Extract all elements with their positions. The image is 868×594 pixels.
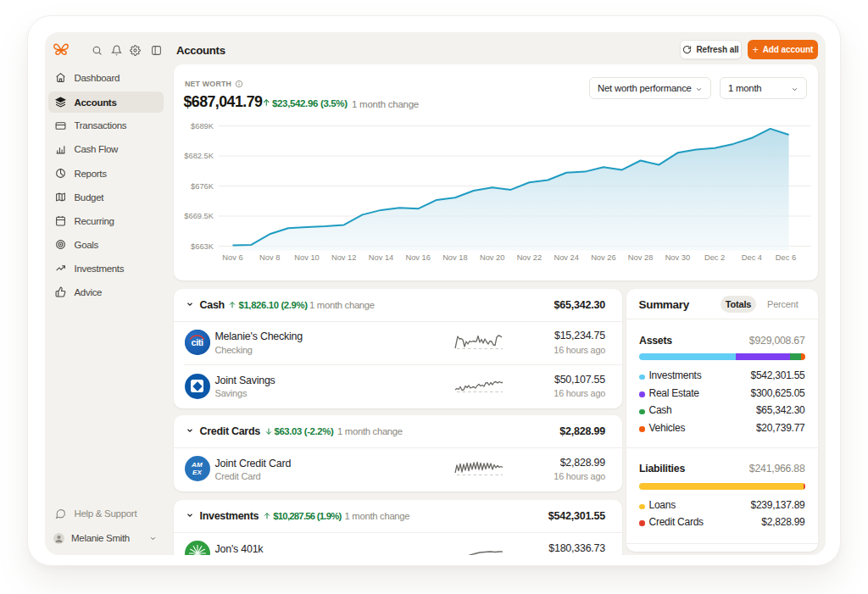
svg-text:Nov 22: Nov 22	[516, 253, 541, 262]
svg-text:$669.5K: $669.5K	[184, 212, 214, 220]
svg-text:$689K: $689K	[191, 122, 214, 130]
svg-text:Nov 10: Nov 10	[294, 253, 319, 262]
svg-text:Dec 2: Dec 2	[704, 253, 724, 262]
svg-text:Nov 20: Nov 20	[479, 253, 504, 262]
svg-text:Dec 4: Dec 4	[741, 253, 761, 262]
svg-text:Nov 8: Nov 8	[259, 253, 280, 262]
svg-text:$676K: $676K	[191, 182, 214, 191]
svg-text:Nov 18: Nov 18	[442, 253, 467, 262]
svg-text:Nov 16: Nov 16	[405, 253, 430, 262]
svg-text:Nov 14: Nov 14	[368, 253, 392, 262]
svg-text:Nov 28: Nov 28	[627, 253, 652, 262]
svg-text:Nov 30: Nov 30	[665, 253, 689, 262]
svg-text:Nov 26: Nov 26	[591, 253, 615, 262]
svg-text:Nov 24: Nov 24	[554, 253, 578, 262]
svg-text:Nov 6: Nov 6	[222, 253, 242, 262]
svg-text:$682.5K: $682.5K	[184, 152, 214, 160]
svg-text:$663K: $663K	[191, 242, 214, 251]
svg-text:Dec 6: Dec 6	[775, 253, 795, 262]
svg-text:Nov 12: Nov 12	[331, 253, 355, 262]
